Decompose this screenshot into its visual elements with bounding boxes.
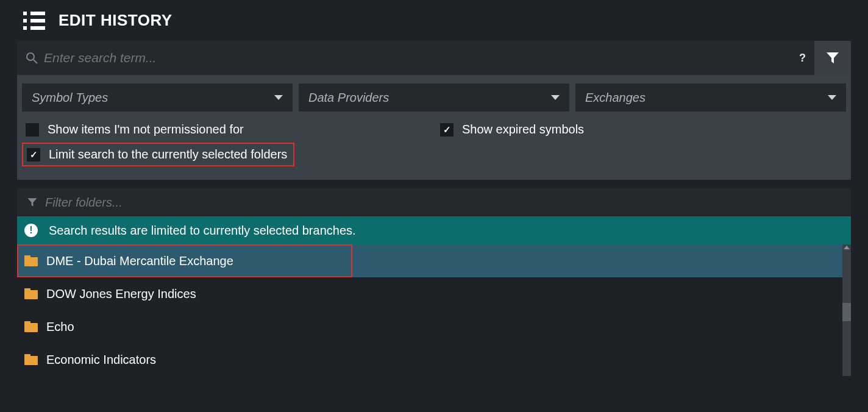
menu-list-icon[interactable]: [23, 12, 45, 30]
svg-point-0: [27, 53, 34, 60]
chevron-down-icon: [274, 95, 283, 100]
search-icon: [26, 52, 38, 64]
folder-name: Echo: [46, 320, 74, 334]
folder-row-selected-outer: DME - Dubai Mercantile Exchange: [17, 244, 851, 277]
folder-icon: [24, 354, 38, 365]
title-bar: EDIT HISTORY: [0, 0, 868, 41]
checkbox-limit-folders[interactable]: Limit search to the currently selected f…: [27, 147, 287, 162]
exchanges-dropdown[interactable]: Exchanges: [575, 83, 846, 112]
checkbox-box: [26, 123, 39, 137]
scroll-up-icon[interactable]: [844, 246, 850, 249]
checkbox-limit-folders-highlight: Limit search to the currently selected f…: [22, 143, 294, 166]
dropdown-label: Exchanges: [585, 91, 646, 105]
folder-row-echo[interactable]: Echo: [17, 310, 851, 343]
help-icon[interactable]: ?: [799, 52, 806, 65]
page-title: EDIT HISTORY: [59, 11, 173, 30]
search-input[interactable]: [44, 51, 793, 65]
folder-name: DME - Dubai Mercantile Exchange: [46, 254, 233, 268]
banner-text: Search results are limited to currently …: [49, 224, 356, 238]
folder-row-dme[interactable]: DME - Dubai Mercantile Exchange: [17, 244, 352, 277]
checkbox-box: [440, 123, 454, 137]
chevron-down-icon: [551, 95, 560, 100]
checkbox-expired[interactable]: Show expired symbols: [440, 123, 584, 137]
dropdown-row: Symbol Types Data Providers Exchanges: [22, 83, 846, 112]
folder-list: DME - Dubai Mercantile Exchange DOW Jone…: [17, 244, 851, 376]
folder-icon: [24, 321, 38, 332]
search-wrap: ?: [17, 41, 814, 75]
folder-icon: [24, 255, 38, 266]
funnel-icon: [27, 197, 38, 208]
funnel-icon: [825, 51, 840, 65]
filter-toggle-button[interactable]: [814, 41, 851, 75]
folder-row-economic[interactable]: Economic Indicators: [17, 343, 851, 376]
chevron-down-icon: [828, 95, 836, 100]
exclamation-icon: !: [24, 224, 38, 237]
folder-row-selected-bg: [352, 244, 851, 277]
checkbox-box: [27, 148, 40, 162]
app-root: EDIT HISTORY ? Symbol Types Data Provide…: [0, 0, 868, 412]
folder-icon: [24, 288, 38, 299]
checkbox-label: Show items I'm not permissioned for: [48, 123, 244, 137]
data-providers-dropdown[interactable]: Data Providers: [299, 83, 569, 112]
folder-filter-input[interactable]: [45, 196, 841, 210]
folder-filter: [17, 188, 851, 216]
content: ? Symbol Types Data Providers Exchanges: [0, 41, 868, 376]
svg-line-1: [34, 60, 37, 63]
checkbox-not-permissioned[interactable]: Show items I'm not permissioned for: [26, 123, 440, 137]
checkbox-label: Show expired symbols: [462, 123, 584, 137]
symbol-types-dropdown[interactable]: Symbol Types: [22, 83, 293, 112]
scrollbar-thumb[interactable]: [842, 303, 851, 321]
folder-row-dow[interactable]: DOW Jones Energy Indices: [17, 277, 851, 310]
checkbox-row: Show items I'm not permissioned for Show…: [22, 123, 846, 137]
info-banner: ! Search results are limited to currentl…: [17, 216, 851, 244]
search-row: ?: [17, 41, 851, 75]
dropdown-label: Data Providers: [308, 91, 389, 105]
filters-panel: Symbol Types Data Providers Exchanges Sh…: [17, 75, 851, 180]
dropdown-label: Symbol Types: [32, 91, 108, 105]
folder-name: Economic Indicators: [46, 353, 156, 367]
checkbox-label: Limit search to the currently selected f…: [49, 147, 287, 162]
folder-name: DOW Jones Energy Indices: [46, 287, 196, 301]
